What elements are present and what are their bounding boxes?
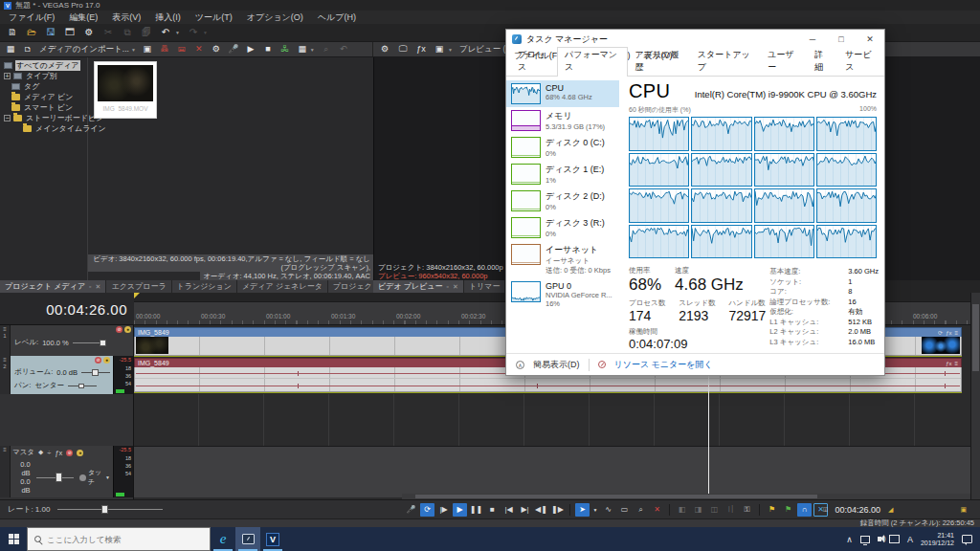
tab-startup[interactable]: スタートアップ [690,47,761,76]
redo-dropdown-icon[interactable] [203,30,208,35]
cut-icon[interactable] [102,26,114,39]
pause-button[interactable] [469,503,483,517]
undo-icon[interactable] [160,26,171,39]
tree-item-by-type[interactable]: + タイプ別 [0,71,87,81]
tree-item-storyboard-bin[interactable]: − ストーリーボードビン [0,113,87,123]
level-slider[interactable] [73,342,105,343]
event-menu-icon[interactable] [954,361,958,366]
insert-fx-icon[interactable] [38,448,43,457]
network-icon[interactable] [860,536,870,543]
media-stop-icon[interactable] [262,43,274,56]
play-button[interactable] [453,503,467,517]
tab-processes[interactable]: プロセス [510,47,557,76]
redo-icon[interactable] [188,26,199,39]
remove-media-icon[interactable] [193,43,205,56]
media-properties-icon[interactable] [211,43,222,56]
open-project-icon[interactable] [26,26,37,39]
event-pan-crop-icon[interactable] [938,329,943,336]
slider-knob[interactable] [100,340,106,346]
volume-icon[interactable] [878,537,881,541]
next-frame-button[interactable] [550,503,565,517]
media-search-icon[interactable] [321,43,332,56]
sidebar-item-cpu[interactable]: CPU68% 4.68 GHz [506,80,619,107]
tree-item-tags[interactable]: タグ [0,81,87,92]
track-menu-icon[interactable] [3,447,7,452]
ime-mode-indicator[interactable]: A [907,535,913,544]
tab-performance[interactable]: パフォーマンス [557,47,628,77]
master-fx-icon[interactable] [55,449,62,457]
action-center-icon[interactable] [962,535,972,543]
taskbar-search[interactable] [27,527,211,551]
media-undo-icon[interactable] [338,43,349,56]
tree-item-main-timeline[interactable]: メインタイムライン [0,123,87,134]
timeline-vertical-scrollbar[interactable] [970,293,980,499]
tree-item-media-bin[interactable]: メディア ビン [0,92,87,102]
go-to-start-button[interactable] [501,503,516,517]
tab-app-history[interactable]: アプリの履歴 [628,47,690,76]
tab-services[interactable]: サービス [837,47,884,76]
media-play-icon[interactable] [245,43,256,56]
go-to-end-button[interactable] [518,503,532,517]
track-header-video[interactable]: 1 ⊘ ● レベル: 100.0 % [0,325,133,356]
chevron-down-icon[interactable] [105,474,110,480]
split-button[interactable] [707,503,722,517]
external-monitor-icon[interactable] [397,43,409,56]
edit-tool-dropdown[interactable] [591,503,599,517]
vegas-titlebar[interactable]: V 無題 * - VEGAS Pro 17.0 [0,0,980,11]
slider-knob[interactable] [92,369,99,376]
normal-edit-tool-button[interactable] [575,503,590,517]
tab-media-generators[interactable]: メディア ジェネレータ [237,280,327,293]
insert-marker-button[interactable] [765,503,779,517]
previous-frame-button[interactable] [534,503,548,517]
publish-icon[interactable] [64,26,76,39]
menu-file[interactable]: ファイル(F) [9,11,55,24]
sidebar-item-disk2[interactable]: ディスク 2 (D:)0% [506,187,619,214]
snap-toggle-button[interactable] [797,503,812,517]
scan-photo-icon[interactable] [159,43,170,56]
insert-region-button[interactable] [781,503,795,517]
views-icon[interactable] [5,43,16,56]
taskbar-app-internet-explorer[interactable]: e [211,527,235,551]
maximize-button[interactable]: □ [827,30,856,49]
slider-knob[interactable] [78,384,84,388]
media-views-dropdown-icon[interactable] [310,47,315,53]
undo-dropdown-icon[interactable] [175,30,180,35]
event-menu-icon[interactable] [954,330,958,336]
track-menu-icon[interactable] [3,357,7,363]
event-fx-icon[interactable] [946,361,951,366]
pan-slider[interactable] [68,386,97,386]
search-input[interactable] [47,535,190,544]
crossfade-button[interactable] [724,503,738,517]
event-fx-icon[interactable] [946,330,951,336]
media-manager-icon[interactable] [279,43,291,56]
extract-audio-icon[interactable] [176,43,188,56]
track-header-audio[interactable]: 2 ⊘ ● ボリューム: 0.0 dB パン: センター [0,356,133,394]
close-button[interactable]: ✕ [856,30,884,49]
volume-slider[interactable] [81,372,110,373]
menu-insert[interactable]: 挿入(I) [155,11,181,24]
tab-trimmer[interactable]: トリマー [464,280,505,293]
expand-icon[interactable]: + [4,73,11,79]
task-manager-titlebar[interactable]: タスク マネージャー ─ □ ✕ [506,30,884,49]
copy-icon[interactable] [122,26,133,39]
import-media-icon[interactable] [22,43,33,56]
float-window-icon[interactable] [89,283,91,290]
tab-project-media[interactable]: プロジェクト メディア [0,280,105,293]
preview-settings-icon[interactable] [379,43,390,56]
play-from-start-button[interactable] [436,503,451,517]
menu-view[interactable]: 表示(V) [112,11,141,24]
overlay-dropdown-icon[interactable] [448,47,453,53]
tab-users[interactable]: ユーザー [760,47,807,76]
track-grip[interactable]: 2 [0,356,11,394]
rate-slider[interactable] [57,509,163,510]
solo-icon[interactable]: ● [77,450,83,456]
sidebar-item-gpu[interactable]: GPU 0NVIDIA GeForce R...16% [506,278,619,311]
delete-button[interactable] [650,503,664,517]
master-bus-header[interactable]: マスタ ⊘ ● 0.0 dB 0.0 dB [0,446,133,497]
solo-icon[interactable]: ● [124,326,131,333]
taskbar-app-vegas[interactable]: V [260,527,285,551]
lock-button[interactable] [740,503,754,517]
float-window-icon[interactable] [447,283,449,290]
tab-video-preview[interactable]: ビデオ プレビュー [373,280,463,293]
new-project-icon[interactable] [7,26,18,39]
